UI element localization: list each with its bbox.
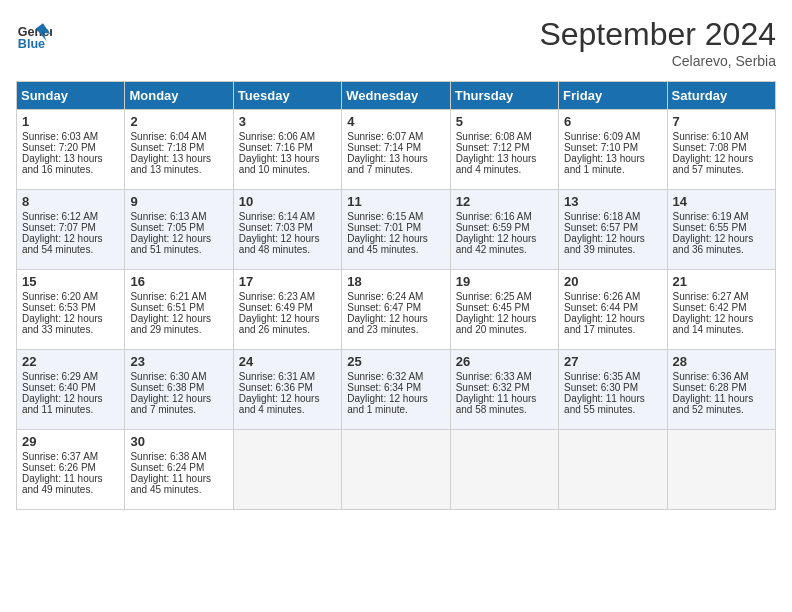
day-number: 15 [22,274,119,289]
sunset-text: Sunset: 6:53 PM [22,302,96,313]
sunset-text: Sunset: 7:08 PM [673,142,747,153]
day-number: 25 [347,354,444,369]
sunrise-text: Sunrise: 6:32 AM [347,371,423,382]
day-number: 13 [564,194,661,209]
sunset-text: Sunset: 7:20 PM [22,142,96,153]
day-number: 6 [564,114,661,129]
sunrise-text: Sunrise: 6:06 AM [239,131,315,142]
day-number: 3 [239,114,336,129]
day-of-week-header: Tuesday [233,82,341,110]
day-of-week-header: Monday [125,82,233,110]
calendar-week-row: 22Sunrise: 6:29 AMSunset: 6:40 PMDayligh… [17,350,776,430]
daylight-text: Daylight: 13 hours and 4 minutes. [456,153,537,175]
month-title: September 2024 [539,16,776,53]
day-number: 9 [130,194,227,209]
sunrise-text: Sunrise: 6:26 AM [564,291,640,302]
sunrise-text: Sunrise: 6:30 AM [130,371,206,382]
sunset-text: Sunset: 6:42 PM [673,302,747,313]
day-number: 26 [456,354,553,369]
day-number: 22 [22,354,119,369]
calendar-day-cell: 20Sunrise: 6:26 AMSunset: 6:44 PMDayligh… [559,270,667,350]
sunrise-text: Sunrise: 6:29 AM [22,371,98,382]
calendar-day-cell: 25Sunrise: 6:32 AMSunset: 6:34 PMDayligh… [342,350,450,430]
daylight-text: Daylight: 11 hours and 55 minutes. [564,393,645,415]
daylight-text: Daylight: 13 hours and 7 minutes. [347,153,428,175]
day-number: 19 [456,274,553,289]
sunset-text: Sunset: 7:16 PM [239,142,313,153]
day-of-week-header: Saturday [667,82,775,110]
sunrise-text: Sunrise: 6:37 AM [22,451,98,462]
sunrise-text: Sunrise: 6:14 AM [239,211,315,222]
sunrise-text: Sunrise: 6:03 AM [22,131,98,142]
day-number: 30 [130,434,227,449]
sunset-text: Sunset: 7:14 PM [347,142,421,153]
daylight-text: Daylight: 12 hours and 29 minutes. [130,313,211,335]
sunset-text: Sunset: 7:05 PM [130,222,204,233]
daylight-text: Daylight: 12 hours and 14 minutes. [673,313,754,335]
day-of-week-header: Sunday [17,82,125,110]
calendar-day-cell: 15Sunrise: 6:20 AMSunset: 6:53 PMDayligh… [17,270,125,350]
day-number: 7 [673,114,770,129]
logo-icon: General Blue [16,16,52,52]
day-of-week-header: Friday [559,82,667,110]
calendar-day-cell: 13Sunrise: 6:18 AMSunset: 6:57 PMDayligh… [559,190,667,270]
sunrise-text: Sunrise: 6:27 AM [673,291,749,302]
daylight-text: Daylight: 12 hours and 7 minutes. [130,393,211,415]
sunset-text: Sunset: 6:51 PM [130,302,204,313]
day-number: 27 [564,354,661,369]
sunrise-text: Sunrise: 6:35 AM [564,371,640,382]
calendar-day-cell: 19Sunrise: 6:25 AMSunset: 6:45 PMDayligh… [450,270,558,350]
day-number: 17 [239,274,336,289]
daylight-text: Daylight: 13 hours and 16 minutes. [22,153,103,175]
calendar-day-cell [450,430,558,510]
sunrise-text: Sunrise: 6:09 AM [564,131,640,142]
daylight-text: Daylight: 12 hours and 26 minutes. [239,313,320,335]
sunrise-text: Sunrise: 6:13 AM [130,211,206,222]
daylight-text: Daylight: 12 hours and 57 minutes. [673,153,754,175]
daylight-text: Daylight: 13 hours and 10 minutes. [239,153,320,175]
sunset-text: Sunset: 6:55 PM [673,222,747,233]
location-subtitle: Celarevo, Serbia [539,53,776,69]
sunset-text: Sunset: 6:30 PM [564,382,638,393]
sunset-text: Sunset: 6:45 PM [456,302,530,313]
sunrise-text: Sunrise: 6:31 AM [239,371,315,382]
svg-text:Blue: Blue [18,37,45,51]
sunrise-text: Sunrise: 6:33 AM [456,371,532,382]
day-number: 8 [22,194,119,209]
sunrise-text: Sunrise: 6:38 AM [130,451,206,462]
day-number: 14 [673,194,770,209]
logo: General Blue [16,16,52,52]
daylight-text: Daylight: 12 hours and 11 minutes. [22,393,103,415]
sunset-text: Sunset: 6:47 PM [347,302,421,313]
calendar-day-cell [559,430,667,510]
sunrise-text: Sunrise: 6:36 AM [673,371,749,382]
calendar-day-cell [667,430,775,510]
sunset-text: Sunset: 6:34 PM [347,382,421,393]
sunrise-text: Sunrise: 6:19 AM [673,211,749,222]
calendar-day-cell: 14Sunrise: 6:19 AMSunset: 6:55 PMDayligh… [667,190,775,270]
calendar-day-cell [342,430,450,510]
sunset-text: Sunset: 6:26 PM [22,462,96,473]
sunrise-text: Sunrise: 6:20 AM [22,291,98,302]
calendar-day-cell: 18Sunrise: 6:24 AMSunset: 6:47 PMDayligh… [342,270,450,350]
sunset-text: Sunset: 7:10 PM [564,142,638,153]
calendar-day-cell: 8Sunrise: 6:12 AMSunset: 7:07 PMDaylight… [17,190,125,270]
sunrise-text: Sunrise: 6:16 AM [456,211,532,222]
calendar-week-row: 15Sunrise: 6:20 AMSunset: 6:53 PMDayligh… [17,270,776,350]
sunset-text: Sunset: 6:44 PM [564,302,638,313]
daylight-text: Daylight: 12 hours and 36 minutes. [673,233,754,255]
daylight-text: Daylight: 12 hours and 45 minutes. [347,233,428,255]
sunrise-text: Sunrise: 6:23 AM [239,291,315,302]
daylight-text: Daylight: 11 hours and 52 minutes. [673,393,754,415]
daylight-text: Daylight: 12 hours and 51 minutes. [130,233,211,255]
day-number: 4 [347,114,444,129]
day-number: 28 [673,354,770,369]
sunset-text: Sunset: 7:03 PM [239,222,313,233]
sunset-text: Sunset: 6:40 PM [22,382,96,393]
sunset-text: Sunset: 7:01 PM [347,222,421,233]
sunset-text: Sunset: 6:38 PM [130,382,204,393]
sunrise-text: Sunrise: 6:15 AM [347,211,423,222]
daylight-text: Daylight: 13 hours and 13 minutes. [130,153,211,175]
calendar-day-cell: 5Sunrise: 6:08 AMSunset: 7:12 PMDaylight… [450,110,558,190]
daylight-text: Daylight: 12 hours and 1 minute. [347,393,428,415]
